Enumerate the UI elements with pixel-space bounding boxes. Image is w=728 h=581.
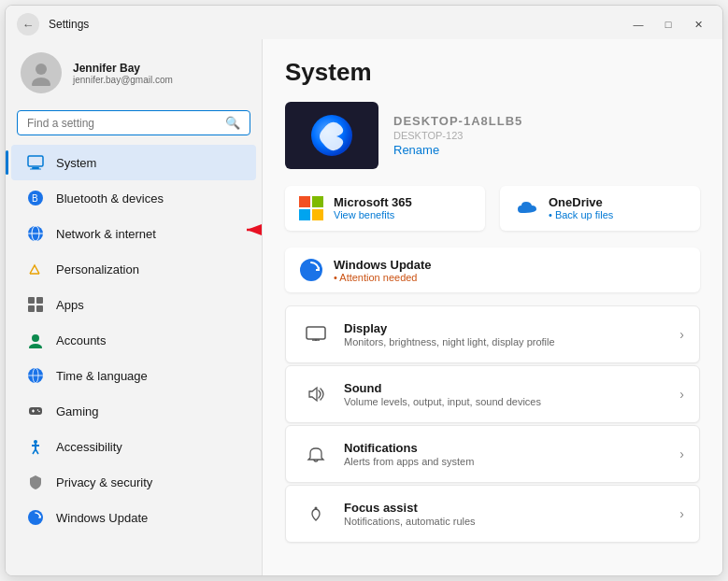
sidebar-item-privacy[interactable]: Privacy & security [11, 464, 256, 500]
user-name: Jennifer Bay [73, 62, 173, 75]
page-title: System [285, 58, 700, 87]
svg-rect-36 [299, 209, 310, 220]
notifications-chevron: › [679, 446, 684, 461]
nav-label-personalization: Personalization [56, 262, 139, 276]
main-content: System [263, 39, 722, 575]
svg-rect-35 [312, 196, 323, 207]
svg-rect-39 [307, 327, 325, 339]
sound-text: Sound Volume levels, output, input, soun… [344, 381, 679, 407]
sound-title: Sound [344, 381, 679, 395]
svg-rect-16 [36, 305, 43, 312]
display-text: Display Monitors, brightness, night ligh… [344, 321, 679, 347]
sidebar-item-time[interactable]: Time & language [11, 358, 256, 393]
device-info: DESKTOP-1A8LLB5 DESKTOP-123 Rename [393, 114, 522, 157]
focus-icon [301, 499, 331, 529]
apps-icon [26, 295, 45, 314]
onedrive-title: OneDrive [549, 195, 613, 209]
svg-rect-2 [28, 156, 43, 166]
focus-desc: Notifications, automatic rules [344, 516, 679, 527]
settings-item-notifications[interactable]: Notifications Alerts from apps and syste… [285, 425, 700, 483]
microsoft365-title: Microsoft 365 [334, 195, 412, 209]
svg-rect-22 [29, 407, 42, 415]
avatar [21, 52, 62, 93]
svg-point-17 [32, 334, 39, 342]
sound-icon [301, 379, 331, 409]
windowsupdate-icon [26, 508, 45, 527]
close-button[interactable]: ✕ [685, 15, 711, 34]
accounts-icon [26, 331, 45, 349]
nav-label-system: System [56, 156, 96, 170]
onedrive-sub: • Back up files [549, 209, 613, 220]
nav-label-privacy: Privacy & security [56, 475, 152, 489]
sidebar-item-system[interactable]: System [11, 145, 256, 180]
sidebar-item-accessibility[interactable]: Accessibility [11, 429, 256, 464]
svg-rect-13 [28, 297, 35, 304]
svg-point-25 [37, 409, 39, 411]
sound-chevron: › [679, 387, 684, 402]
svg-rect-14 [36, 297, 43, 304]
sidebar-item-accounts[interactable]: Accounts [11, 322, 256, 358]
search-input[interactable] [27, 117, 218, 130]
settings-list: Display Monitors, brightness, night ligh… [285, 305, 700, 543]
nav-label-apps: Apps [56, 298, 84, 312]
user-section: Jennifer Bay jennifer.bay@gmail.com [6, 39, 262, 103]
nav-label-time: Time & language [56, 369, 148, 383]
titlebar-controls: — □ ✕ [625, 15, 711, 34]
display-title: Display [344, 321, 679, 335]
network-icon [26, 224, 45, 243]
svg-point-18 [29, 344, 42, 348]
windowsupdate-ql-title: Windows Update [334, 258, 432, 272]
content-area: Jennifer Bay jennifer.bay@gmail.com 🔍 [6, 39, 722, 575]
rename-link[interactable]: Rename [393, 143, 522, 157]
sidebar-item-bluetooth[interactable]: B Bluetooth & devices [11, 180, 256, 216]
display-desc: Monitors, brightness, night light, displ… [344, 336, 679, 347]
windowsupdate-quicklink-row: Windows Update • Attention needed [285, 248, 700, 292]
settings-item-focus[interactable]: Focus assist Notifications, automatic ru… [285, 485, 700, 543]
onedrive-link[interactable]: OneDrive • Back up files [500, 186, 700, 231]
settings-item-sound[interactable]: Sound Volume levels, output, input, soun… [285, 365, 700, 423]
back-button[interactable]: ← [17, 13, 39, 35]
nav-label-bluetooth: Bluetooth & devices [56, 191, 164, 205]
accessibility-icon [26, 437, 45, 456]
time-icon [26, 366, 45, 385]
minimize-button[interactable]: — [625, 15, 651, 34]
nav-label-accounts: Accounts [56, 333, 106, 347]
nav-label-network: Network & internet [56, 227, 156, 241]
svg-rect-37 [312, 209, 323, 220]
settings-item-display[interactable]: Display Monitors, brightness, night ligh… [285, 305, 700, 363]
personalization-icon [26, 260, 45, 278]
svg-line-30 [33, 449, 36, 454]
windowsupdate-quicklink[interactable]: Windows Update • Attention needed [285, 248, 700, 292]
focus-title: Focus assist [344, 501, 679, 515]
nav-label-windowsupdate: Windows Update [56, 511, 148, 525]
microsoft365-link[interactable]: Microsoft 365 View benefits [285, 186, 485, 231]
microsoft365-sub: View benefits [334, 209, 412, 220]
microsoft365-icon [298, 195, 324, 221]
maximize-button[interactable]: □ [655, 15, 681, 34]
search-box[interactable]: 🔍 [17, 110, 250, 135]
device-sub: DESKTOP-123 [393, 130, 522, 141]
sidebar-item-apps[interactable]: Apps [11, 287, 256, 322]
notifications-title: Notifications [344, 441, 679, 455]
sound-desc: Volume levels, output, input, sound devi… [344, 396, 679, 407]
titlebar-left: ← Settings [17, 13, 89, 35]
user-info: Jennifer Bay jennifer.bay@gmail.com [73, 62, 173, 85]
system-icon [26, 153, 45, 172]
display-icon [301, 319, 331, 349]
sidebar-item-network[interactable]: Network & internet [11, 216, 256, 251]
microsoft365-text: Microsoft 365 View benefits [334, 195, 412, 220]
svg-point-27 [34, 440, 37, 444]
quick-links-row1: Microsoft 365 View benefits OneDrive • B… [285, 186, 700, 231]
user-email: jennifer.bay@gmail.com [73, 75, 173, 85]
onedrive-icon [513, 195, 539, 221]
titlebar: ← Settings — □ ✕ [6, 6, 722, 39]
notifications-desc: Alerts from apps and system [344, 456, 679, 467]
sidebar-item-windowsupdate[interactable]: Windows Update [11, 500, 256, 535]
sidebar-item-personalization[interactable]: Personalization [11, 251, 256, 287]
windowsupdate-ql-sub: • Attention needed [334, 272, 432, 283]
windowsupdate-ql-text: Windows Update • Attention needed [334, 258, 432, 283]
svg-rect-34 [299, 196, 310, 207]
svg-text:B: B [32, 193, 38, 204]
focus-text: Focus assist Notifications, automatic ru… [344, 501, 679, 527]
sidebar-item-gaming[interactable]: Gaming [11, 393, 256, 429]
